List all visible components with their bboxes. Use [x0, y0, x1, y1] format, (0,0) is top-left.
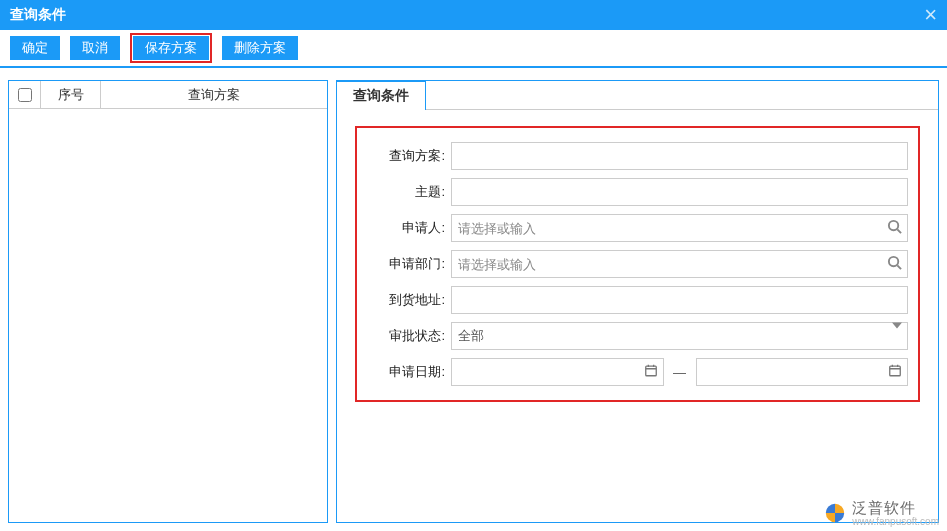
label-status: 审批状态: — [367, 327, 451, 345]
label-applicant: 申请人: — [367, 219, 451, 237]
watermark-cn: 泛普软件 — [852, 500, 939, 517]
label-date: 申请日期: — [367, 363, 451, 381]
form-area-highlight: 查询方案: 主题: 申请人: — [355, 126, 920, 402]
select-all-checkbox[interactable] — [18, 88, 32, 102]
confirm-button[interactable]: 确定 — [10, 36, 60, 60]
subject-input[interactable] — [451, 178, 908, 206]
toolbar: 确定 取消 保存方案 删除方案 — [0, 30, 947, 68]
watermark-en: www.fanpusoft.com — [852, 516, 939, 527]
close-icon: × — [924, 2, 937, 27]
dialog-title: 查询条件 — [10, 6, 66, 24]
close-button[interactable]: × — [924, 4, 937, 26]
main-content: 序号 查询方案 查询条件 查询方案: 主题: 申请人: — [0, 72, 947, 531]
plan-list-panel: 序号 查询方案 — [8, 80, 328, 523]
tab-strip: 查询条件 — [337, 81, 938, 110]
plan-list-header: 序号 查询方案 — [9, 81, 327, 109]
dialog-title-bar: 查询条件 × — [0, 0, 947, 30]
date-from-input[interactable] — [451, 358, 664, 386]
highlight-save-plan: 保存方案 — [130, 33, 212, 63]
tab-query-conditions[interactable]: 查询条件 — [336, 80, 426, 110]
label-subject: 主题: — [367, 183, 451, 201]
delete-plan-button[interactable]: 删除方案 — [222, 36, 298, 60]
save-plan-button[interactable]: 保存方案 — [133, 36, 209, 60]
cancel-button[interactable]: 取消 — [70, 36, 120, 60]
select-all-cell — [9, 81, 41, 108]
label-address: 到货地址: — [367, 291, 451, 309]
date-to-input[interactable] — [696, 358, 909, 386]
status-select[interactable] — [451, 322, 908, 350]
col-plan-header: 查询方案 — [101, 81, 327, 108]
label-plan: 查询方案: — [367, 147, 451, 165]
applicant-input[interactable] — [451, 214, 908, 242]
logo-icon — [824, 502, 846, 524]
query-form-panel: 查询条件 查询方案: 主题: 申请人: — [336, 80, 939, 523]
dept-input[interactable] — [451, 250, 908, 278]
plan-input[interactable] — [451, 142, 908, 170]
watermark: 泛普软件 www.fanpusoft.com — [824, 500, 939, 528]
label-dept: 申请部门: — [367, 255, 451, 273]
status-select-value[interactable] — [451, 322, 908, 350]
date-range-separator: — — [670, 365, 690, 380]
address-input[interactable] — [451, 286, 908, 314]
col-seq-header: 序号 — [41, 81, 101, 108]
